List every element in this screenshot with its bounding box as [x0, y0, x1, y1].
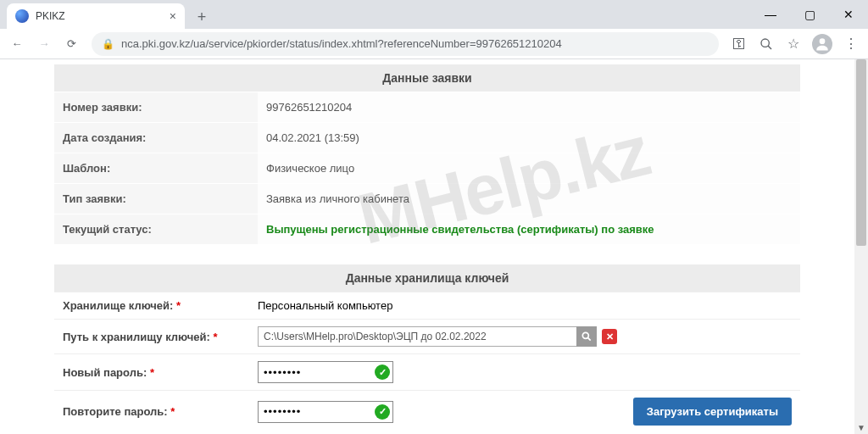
clear-path-button[interactable]: ✕ [602, 329, 617, 344]
label-new-password: Новый пароль: * [54, 366, 258, 379]
label-template: Шаблон: [54, 153, 258, 183]
row-repeat-password: Повторите пароль: * ✓ Загрузить сертифик… [54, 390, 800, 432]
menu-dots-icon[interactable]: ⋮ [839, 32, 863, 56]
repeat-password-input[interactable] [258, 401, 393, 423]
label-status: Текущий статус: [54, 214, 258, 244]
window-controls: — ▢ ✕ [751, 0, 868, 29]
row-status: Текущий статус: Выпущены регистрационные… [54, 214, 800, 244]
tab-title: PKIKZ [36, 10, 163, 22]
label-request-type: Тип заявки: [54, 184, 258, 214]
row-request-type: Тип заявки: Заявка из личного кабинета [54, 183, 800, 214]
maximize-button[interactable]: ▢ [790, 0, 829, 29]
valid-check-icon: ✓ [375, 404, 390, 420]
profile-avatar[interactable] [812, 34, 832, 54]
value-request-type: Заявка из личного кабинета [258, 184, 800, 214]
address-bar[interactable]: 🔒 nca.pki.gov.kz/ua/service/pkiorder/sta… [92, 32, 719, 56]
row-keystore-path: Путь к хранилищу ключей: * ✕ [54, 319, 800, 353]
browser-tab[interactable]: PKIKZ × [7, 3, 185, 29]
row-keystore: Хранилище ключей: * Персональный компьют… [54, 292, 800, 319]
value-keystore: Персональный компьютер [258, 299, 800, 312]
bookmark-star-icon[interactable]: ☆ [782, 32, 805, 56]
keystore-path-input[interactable] [258, 326, 597, 347]
row-request-number: Номер заявки: 99762651210204 [54, 92, 800, 122]
row-created-date: Дата создания: 04.02.2021 (13:59) [54, 122, 800, 153]
url-text: nca.pki.gov.kz/ua/service/pkiorder/statu… [121, 37, 562, 50]
minimize-button[interactable]: — [751, 0, 790, 29]
vertical-scrollbar[interactable]: ▲ ▼ [854, 59, 868, 434]
valid-check-icon: ✓ [375, 364, 390, 380]
tab-favicon [15, 9, 29, 23]
reload-button[interactable]: ⟳ [59, 32, 83, 56]
close-window-button[interactable]: ✕ [829, 0, 868, 29]
search-icon[interactable] [754, 32, 778, 56]
new-password-input[interactable] [258, 361, 393, 383]
scroll-down-arrow[interactable]: ▼ [854, 420, 868, 434]
value-status: Выпущены регистрационные свидетельства (… [258, 214, 800, 244]
label-request-number: Номер заявки: [54, 92, 258, 122]
close-tab-icon[interactable]: × [170, 9, 176, 23]
label-keystore: Хранилище ключей: * [54, 299, 258, 312]
label-created-date: Дата создания: [54, 123, 258, 153]
browse-path-button[interactable] [576, 326, 597, 347]
svg-point-0 [761, 39, 769, 47]
page-viewport: Данные заявки Номер заявки: 997626512102… [0, 59, 854, 434]
label-repeat-password: Повторите пароль: * [54, 405, 258, 418]
new-tab-button[interactable]: + [190, 5, 214, 29]
svg-point-2 [820, 38, 826, 44]
svg-line-1 [768, 46, 771, 49]
window-titlebar: PKIKZ × + — ▢ ✕ [0, 0, 868, 29]
lock-icon: 🔒 [102, 38, 114, 50]
scroll-thumb[interactable] [856, 59, 866, 246]
browser-toolbar: ← → ⟳ 🔒 nca.pki.gov.kz/ua/service/pkiord… [0, 29, 868, 59]
svg-line-4 [587, 337, 591, 341]
row-new-password: Новый пароль: * ✓ [54, 353, 800, 390]
section-header-keystore: Данные хранилища ключей [54, 264, 800, 292]
value-created-date: 04.02.2021 (13:59) [258, 123, 800, 153]
value-request-number: 99762651210204 [258, 92, 800, 122]
download-certificates-button[interactable]: Загрузить сертификаты [633, 398, 792, 426]
back-button[interactable]: ← [5, 32, 29, 56]
label-keystore-path: Путь к хранилищу ключей: * [54, 331, 258, 343]
row-template: Шаблон: Физическое лицо [54, 153, 800, 183]
forward-button[interactable]: → [32, 32, 56, 56]
password-key-icon[interactable]: ⚿ [727, 32, 751, 56]
section-header-request: Данные заявки [54, 64, 800, 92]
value-template: Физическое лицо [258, 153, 800, 183]
